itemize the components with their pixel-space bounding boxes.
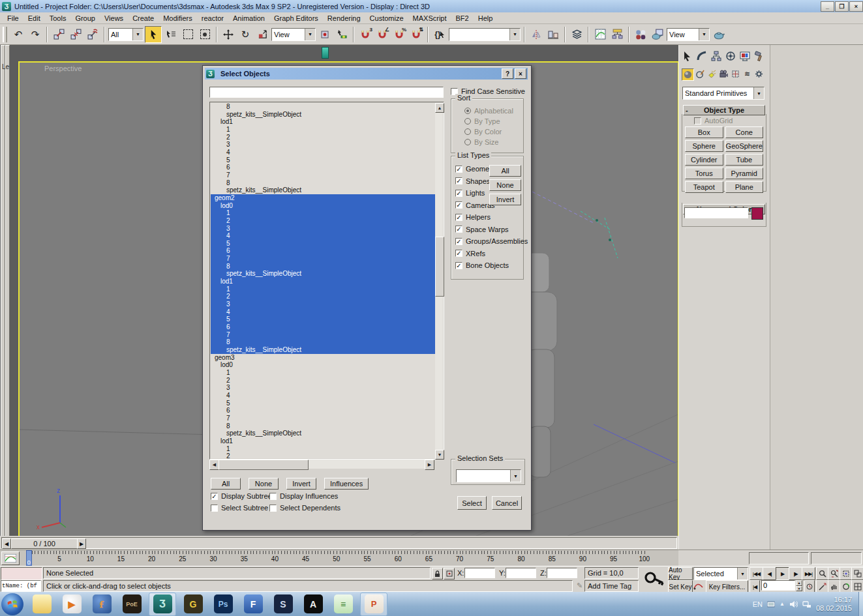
tab-utilities[interactable] [752, 49, 766, 63]
window-crossing-toggle-icon[interactable] [197, 27, 213, 42]
list-item[interactable]: lod1 [211, 118, 435, 126]
unlink-selection-icon[interactable] [68, 27, 83, 42]
arc-rotate-icon[interactable] [840, 580, 852, 593]
objects-list[interactable]: 8spetz_kits__SimpleObjectlod112345678spe… [209, 102, 444, 460]
list-item[interactable]: 6 [211, 323, 435, 331]
menu-item[interactable]: BF2 [451, 14, 474, 23]
dialog-close-button[interactable]: × [515, 68, 526, 79]
selection-set-keying-dropdown[interactable]: Selected▼ [693, 567, 748, 580]
set-key-button[interactable]: Set Key [668, 580, 693, 593]
docked-toolbar-strip[interactable] [5, 45, 10, 537]
list-item[interactable]: 5 [211, 156, 435, 164]
selection-sets-dropdown[interactable]: ▼ [456, 469, 521, 482]
quick-render-icon[interactable] [711, 27, 727, 42]
snap-toggle-icon[interactable]: 3 [357, 27, 373, 42]
minimize-button[interactable]: _ [821, 1, 834, 12]
start-button[interactable] [1, 593, 23, 615]
list-type-checkbox[interactable]: XRefs [455, 250, 523, 257]
select-and-rotate-icon[interactable]: ↻ [237, 27, 253, 42]
x-coordinate-field[interactable] [464, 568, 495, 578]
cancel-button[interactable]: Cancel [492, 496, 522, 510]
list-item[interactable]: 4 [211, 232, 435, 240]
list-types-filter-button[interactable]: Invert [489, 194, 521, 205]
menu-item[interactable]: Views [100, 14, 128, 23]
shapes-category-icon[interactable] [695, 68, 706, 80]
current-frame-marker[interactable]: 0 [26, 550, 32, 566]
select-and-move-icon[interactable] [220, 27, 236, 42]
list-type-checkbox[interactable]: Groups/Assemblies [455, 237, 523, 245]
language-indicator[interactable]: EN [753, 600, 763, 608]
play-animation-button[interactable]: ▶ [776, 567, 789, 580]
time-ruler-ticks[interactable]: 5101520253035404550556065707580859095100 [20, 550, 678, 566]
list-item[interactable]: 7 [211, 415, 435, 422]
list-item[interactable]: geom2 [211, 194, 435, 202]
vertical-scroll-thumb[interactable] [435, 237, 444, 297]
tab-display[interactable] [738, 49, 751, 63]
percent-snap-icon[interactable]: % [391, 27, 407, 42]
zoom-extents-all-icon[interactable] [851, 567, 863, 580]
zoom-all-icon[interactable] [828, 567, 840, 580]
previous-frame-button[interactable]: ◀| [763, 567, 776, 580]
add-time-tag-field[interactable]: Add Time Tag [584, 580, 639, 592]
option-checkbox[interactable]: Display Influences [269, 492, 367, 500]
taskbar-app-button[interactable]: ▶ [59, 593, 85, 615]
selection-lock-icon[interactable] [432, 568, 443, 579]
list-item[interactable]: 8 [211, 103, 435, 111]
speaker-icon[interactable] [789, 600, 798, 608]
frame-spinner[interactable]: ▲▼ [796, 580, 802, 591]
min-max-toggle-icon[interactable] [851, 580, 863, 593]
tab-modify[interactable] [695, 49, 708, 63]
list-operation-button[interactable]: Influences [324, 478, 369, 490]
list-item[interactable]: 4 [211, 149, 435, 156]
space-warps-category-icon[interactable]: ≋ [742, 68, 753, 80]
current-frame-field[interactable] [761, 580, 795, 591]
select-by-name-icon[interactable] [163, 27, 179, 42]
list-item[interactable]: spetz_kits__SimpleObject [211, 346, 435, 354]
object-color-swatch[interactable] [751, 207, 763, 220]
object-name-search-input[interactable] [209, 87, 444, 98]
list-item[interactable]: 2 [211, 217, 435, 225]
scroll-left-icon[interactable]: ◀ [209, 460, 219, 470]
list-item[interactable]: spetz_kits__SimpleObject [211, 111, 435, 119]
list-item[interactable]: 5 [211, 240, 435, 248]
render-scene-dialog-icon[interactable] [650, 27, 665, 42]
menu-item[interactable]: Animation [228, 14, 269, 23]
select-object-button[interactable] [145, 26, 162, 43]
select-and-scale-icon[interactable] [254, 27, 270, 42]
maxscript-listener-white[interactable]: tName: (bf [1, 580, 41, 592]
list-item[interactable]: lod1 [211, 437, 435, 445]
list-item[interactable]: lod0 [211, 202, 435, 210]
taskbar-app-button[interactable]: PoE [119, 593, 145, 615]
show-desktop-button[interactable] [858, 592, 863, 616]
schematic-view-icon[interactable] [609, 27, 625, 42]
go-to-start-button[interactable]: |◀◀ [749, 567, 763, 580]
option-checkbox[interactable]: Display Subtree [211, 492, 269, 500]
sort-radio[interactable]: By Type [464, 117, 523, 125]
mirror-icon[interactable] [528, 27, 544, 42]
vertical-scrollbar[interactable]: ▲ ▼ [435, 103, 443, 458]
tab-create[interactable] [680, 49, 694, 63]
select-and-manipulate-icon[interactable] [334, 27, 350, 42]
undo-icon[interactable]: ↶ [10, 27, 26, 42]
sort-radio[interactable]: Alphabetical [464, 107, 523, 115]
helpers-category-icon[interactable] [730, 68, 741, 80]
option-checkbox[interactable]: Select Dependents [269, 504, 367, 512]
object-type-button[interactable]: Tube [725, 154, 764, 166]
list-item[interactable]: 8 [211, 338, 435, 346]
object-type-button[interactable]: Box [685, 126, 723, 138]
taskbar-app-button[interactable]: G [180, 593, 206, 615]
systems-category-icon[interactable] [753, 68, 765, 80]
pan-hand-icon[interactable] [828, 580, 840, 593]
list-item[interactable]: 2 [211, 452, 435, 458]
list-item[interactable]: spetz_kits__SimpleObject [211, 186, 435, 194]
menu-item[interactable]: reactor [197, 14, 228, 23]
next-frame-button[interactable]: |▶ [789, 567, 802, 580]
menu-item[interactable]: File [3, 14, 23, 23]
object-type-button[interactable]: Sphere [685, 140, 723, 152]
curve-editor-icon[interactable] [592, 27, 608, 42]
mini-curve-editor-icon[interactable] [1, 551, 20, 565]
taskbar-app-button[interactable]: Ps [210, 593, 236, 615]
taskbar-app-button[interactable]: F [240, 593, 266, 615]
list-operation-button[interactable]: None [249, 478, 279, 490]
layer-manager-icon[interactable] [569, 27, 584, 42]
